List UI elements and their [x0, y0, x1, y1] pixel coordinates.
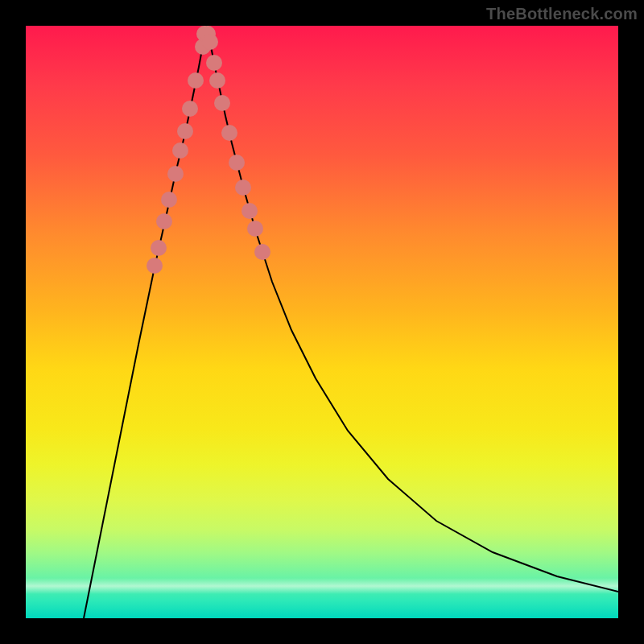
marker-point: [202, 34, 218, 50]
marker-point: [209, 72, 225, 89]
marker-point: [206, 55, 222, 71]
lower-highlight-band: [26, 578, 618, 594]
marker-point: [188, 72, 204, 89]
watermark-text: TheBottleneck.com: [486, 5, 638, 23]
chart-plot-area: [26, 26, 618, 618]
marker-point: [247, 221, 263, 237]
marker-point: [195, 39, 211, 55]
marker-cluster: [147, 26, 270, 274]
marker-point: [221, 125, 237, 141]
marker-point: [182, 101, 198, 117]
curve-left-branch: [84, 26, 207, 618]
marker-point: [147, 258, 163, 274]
marker-point: [167, 166, 184, 182]
marker-point: [242, 203, 258, 219]
marker-point: [172, 142, 188, 159]
curve-right-branch: [207, 26, 618, 592]
marker-point: [200, 26, 216, 42]
marker-point: [235, 180, 251, 196]
marker-point: [214, 95, 230, 111]
marker-point: [229, 155, 245, 171]
marker-point: [196, 26, 213, 42]
chart-svg: [26, 26, 618, 618]
marker-point: [177, 123, 193, 139]
marker-point: [156, 213, 172, 229]
marker-point: [151, 240, 167, 256]
marker-point: [161, 192, 177, 208]
marker-point: [254, 244, 270, 260]
